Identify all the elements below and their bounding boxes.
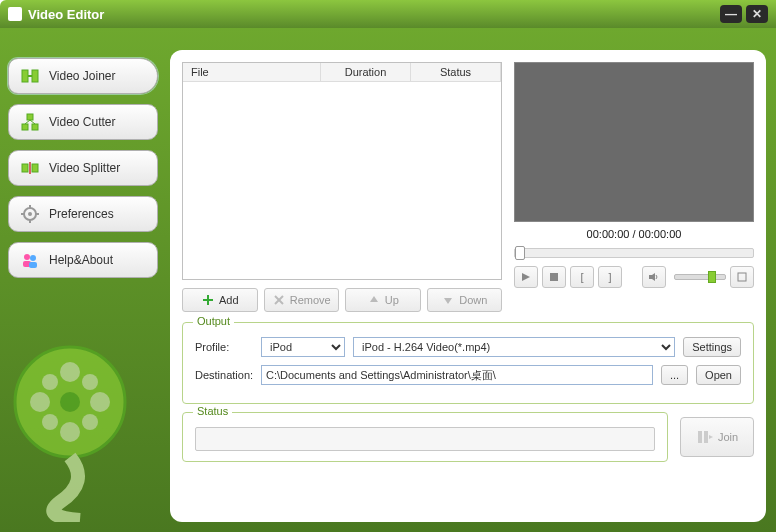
svg-point-17	[24, 254, 30, 260]
svg-point-22	[60, 392, 80, 412]
join-icon	[696, 428, 714, 446]
svg-rect-35	[550, 273, 558, 281]
play-button[interactable]	[514, 266, 538, 288]
film-reel-decoration	[10, 342, 150, 522]
sidebar: Video Joiner Video Cutter Video Splitter…	[0, 28, 170, 532]
profile-device-select[interactable]: iPod	[261, 337, 345, 357]
remove-button[interactable]: Remove	[264, 288, 340, 312]
volume-thumb[interactable]	[708, 271, 716, 283]
output-legend: Output	[193, 315, 234, 327]
people-icon	[19, 249, 41, 271]
file-list-header: File Duration Status	[183, 63, 501, 82]
profile-label: Profile:	[195, 341, 253, 353]
mute-button[interactable]	[642, 266, 666, 288]
destination-label: Destination:	[195, 369, 253, 381]
join-button[interactable]: Join	[680, 417, 754, 457]
column-file[interactable]: File	[183, 63, 321, 81]
volume-slider[interactable]	[674, 274, 726, 280]
svg-point-26	[90, 392, 110, 412]
fullscreen-button[interactable]	[730, 266, 754, 288]
minimize-button[interactable]: —	[720, 5, 742, 23]
time-display: 00:00:00 / 00:00:00	[514, 228, 754, 240]
svg-rect-8	[22, 164, 28, 172]
status-progress	[195, 427, 655, 451]
svg-line-6	[25, 120, 30, 124]
main-panel: File Duration Status Add Remove	[170, 50, 766, 522]
svg-point-25	[30, 392, 50, 412]
settings-button[interactable]: Settings	[683, 337, 741, 357]
status-legend: Status	[193, 405, 232, 417]
svg-point-29	[42, 414, 58, 430]
add-button[interactable]: Add	[182, 288, 258, 312]
svg-rect-20	[29, 262, 37, 268]
titlebar: Video Editor — ✕	[0, 0, 776, 28]
svg-point-18	[30, 255, 36, 261]
sidebar-item-label: Preferences	[49, 207, 114, 221]
destination-input[interactable]	[261, 365, 653, 385]
sidebar-item-label: Help&About	[49, 253, 113, 267]
open-button[interactable]: Open	[696, 365, 741, 385]
svg-rect-0	[22, 70, 28, 82]
app-title: Video Editor	[28, 7, 104, 22]
sidebar-item-label: Video Cutter	[49, 115, 116, 129]
stop-button[interactable]	[542, 266, 566, 288]
svg-rect-9	[32, 164, 38, 172]
sidebar-item-video-joiner[interactable]: Video Joiner	[8, 58, 158, 94]
svg-point-27	[42, 374, 58, 390]
seek-thumb[interactable]	[515, 246, 525, 260]
svg-rect-36	[738, 273, 746, 281]
svg-point-24	[60, 422, 80, 442]
app-window: Video Editor — ✕ Video Joiner Video Cutt…	[0, 0, 776, 532]
x-icon	[272, 293, 286, 307]
sidebar-item-preferences[interactable]: Preferences	[8, 196, 158, 232]
gear-icon	[19, 203, 41, 225]
seek-slider[interactable]	[514, 248, 754, 258]
column-duration[interactable]: Duration	[321, 63, 411, 81]
down-button[interactable]: Down	[427, 288, 503, 312]
svg-point-30	[82, 414, 98, 430]
status-fieldset: Status	[182, 412, 668, 462]
arrow-down-icon	[441, 293, 455, 307]
svg-rect-4	[22, 124, 28, 130]
sidebar-item-help-about[interactable]: Help&About	[8, 242, 158, 278]
svg-point-12	[28, 212, 32, 216]
svg-point-28	[82, 374, 98, 390]
joiner-icon	[19, 65, 41, 87]
video-preview	[514, 62, 754, 222]
sidebar-item-label: Video Splitter	[49, 161, 120, 175]
file-list[interactable]: File Duration Status	[182, 62, 502, 280]
svg-rect-3	[27, 114, 33, 120]
sidebar-item-label: Video Joiner	[49, 69, 116, 83]
svg-point-23	[60, 362, 80, 382]
svg-rect-38	[704, 431, 708, 443]
cutter-icon	[19, 111, 41, 133]
bracket-start-button[interactable]: [	[570, 266, 594, 288]
arrow-up-icon	[367, 293, 381, 307]
browse-button[interactable]: ...	[661, 365, 688, 385]
splitter-icon	[19, 157, 41, 179]
app-icon	[8, 7, 22, 21]
svg-rect-5	[32, 124, 38, 130]
plus-icon	[201, 293, 215, 307]
sidebar-item-video-splitter[interactable]: Video Splitter	[8, 150, 158, 186]
bracket-end-button[interactable]: ]	[598, 266, 622, 288]
svg-line-7	[30, 120, 35, 124]
svg-rect-37	[698, 431, 702, 443]
sidebar-item-video-cutter[interactable]: Video Cutter	[8, 104, 158, 140]
close-button[interactable]: ✕	[746, 5, 768, 23]
svg-rect-1	[32, 70, 38, 82]
column-status[interactable]: Status	[411, 63, 501, 81]
profile-format-select[interactable]: iPod - H.264 Video(*.mp4)	[353, 337, 675, 357]
output-fieldset: Output Profile: iPod iPod - H.264 Video(…	[182, 322, 754, 404]
up-button[interactable]: Up	[345, 288, 421, 312]
svg-rect-32	[203, 299, 213, 301]
